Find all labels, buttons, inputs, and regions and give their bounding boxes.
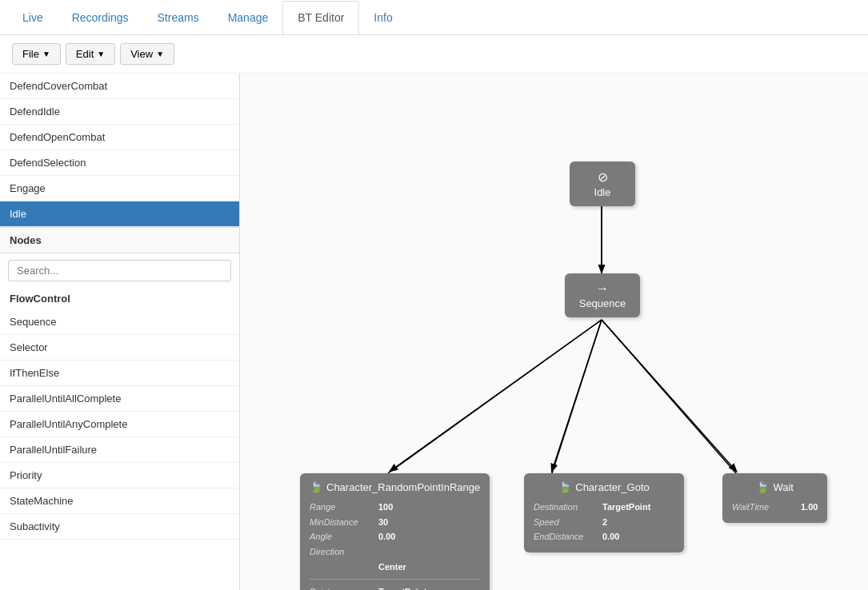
svg-line-5	[390, 320, 602, 471]
sequence-icon: →	[576, 281, 629, 296]
svg-line-7	[602, 320, 736, 471]
edit-label: Edit	[76, 48, 94, 60]
search-input[interactable]	[8, 260, 231, 281]
toolbar: File ▼ Edit ▼ View ▼	[0, 35, 868, 74]
character-goto-node[interactable]: 🍃 Character_Goto DestinationTargetPoint …	[524, 473, 684, 552]
svg-line-3	[602, 320, 736, 473]
node-if-then-else[interactable]: IfThenElse	[0, 361, 239, 386]
search-box	[0, 253, 239, 288]
edit-caret-icon: ▼	[97, 50, 105, 58]
main-layout: DefendCoverCombat DefendIdle DefendOpenC…	[0, 74, 868, 590]
node-parallel-until-any[interactable]: ParallelUntilAnyComplete	[0, 412, 239, 437]
nav-bt-editor[interactable]: BT Editor	[282, 1, 359, 34]
list-item-defend-open-combat[interactable]: DefendOpenCombat	[0, 125, 239, 150]
svg-line-1	[388, 320, 602, 473]
bt-list-section: DefendCoverCombat DefendIdle DefendOpenC…	[0, 74, 239, 227]
node-parallel-until-failure[interactable]: ParallelUntilFailure	[0, 437, 239, 463]
svg-line-2	[552, 320, 602, 473]
canvas-area[interactable]: ⊘ Idle → Sequence 🍃 Character_RandomPoin…	[240, 74, 868, 590]
edit-menu-button[interactable]: Edit ▼	[66, 43, 115, 65]
nav-info[interactable]: Info	[359, 2, 406, 34]
nodes-section: Nodes FlowControl Sequence Selector IfTh…	[0, 227, 239, 590]
list-item-engage[interactable]: Engage	[0, 176, 239, 201]
character-goto-title: 🍃 Character_Goto	[534, 481, 674, 493]
idle-icon: ⊘	[581, 169, 624, 185]
wait-fields: WaitTime1.00	[732, 500, 818, 515]
nav-live[interactable]: Live	[8, 2, 58, 34]
left-panel: DefendCoverCombat DefendIdle DefendOpenC…	[0, 74, 240, 590]
list-item-defend-idle[interactable]: DefendIdle	[0, 99, 239, 125]
svg-line-6	[552, 320, 602, 471]
nodes-list: Sequence Selector IfThenElse ParallelUnt…	[0, 309, 239, 590]
node-parallel-until-all[interactable]: ParallelUntilAllComplete	[0, 386, 239, 412]
view-menu-button[interactable]: View ▼	[120, 43, 174, 65]
nav-streams[interactable]: Streams	[143, 2, 214, 34]
character-goto-icon: 🍃	[558, 481, 571, 493]
list-item-defend-selection[interactable]: DefendSelection	[0, 150, 239, 176]
sequence-node[interactable]: → Sequence	[565, 273, 640, 317]
character-random-fields: Range100 MinDistance30 Angle0.00 Directi…	[310, 500, 480, 590]
idle-label: Idle	[594, 186, 611, 198]
nav-recordings[interactable]: Recordings	[58, 2, 143, 34]
wait-icon: 🍃	[756, 481, 769, 493]
node-priority[interactable]: Priority	[0, 463, 239, 488]
list-item-idle[interactable]: Idle	[0, 201, 239, 227]
node-state-machine[interactable]: StateMachine	[0, 488, 239, 514]
nav-manage[interactable]: Manage	[214, 2, 283, 34]
character-random-node[interactable]: 🍃 Character_RandomPointInRange Range100 …	[300, 473, 490, 590]
node-subactivity[interactable]: Subactivity	[0, 514, 239, 540]
list-item-defend-cover-combat[interactable]: DefendCoverCombat	[0, 74, 239, 99]
wait-node[interactable]: 🍃 Wait WaitTime1.00	[722, 473, 827, 523]
character-random-title: 🍃 Character_RandomPointInRange	[310, 481, 480, 493]
file-label: File	[22, 48, 39, 60]
file-caret-icon: ▼	[42, 50, 50, 58]
character-random-icon: 🍃	[310, 481, 322, 493]
nodes-header: Nodes	[0, 227, 239, 253]
flow-control-header: FlowControl	[0, 288, 239, 309]
view-caret-icon: ▼	[156, 50, 164, 58]
idle-node[interactable]: ⊘ Idle	[570, 161, 635, 206]
top-nav: Live Recordings Streams Manage BT Editor…	[0, 0, 868, 35]
node-selector[interactable]: Selector	[0, 335, 239, 361]
file-menu-button[interactable]: File ▼	[12, 43, 61, 65]
sequence-label: Sequence	[579, 297, 626, 309]
character-goto-fields: DestinationTargetPoint Speed2 EndDistanc…	[534, 500, 674, 544]
wait-title: 🍃 Wait	[732, 481, 818, 493]
view-label: View	[130, 48, 153, 60]
node-sequence[interactable]: Sequence	[0, 309, 239, 335]
